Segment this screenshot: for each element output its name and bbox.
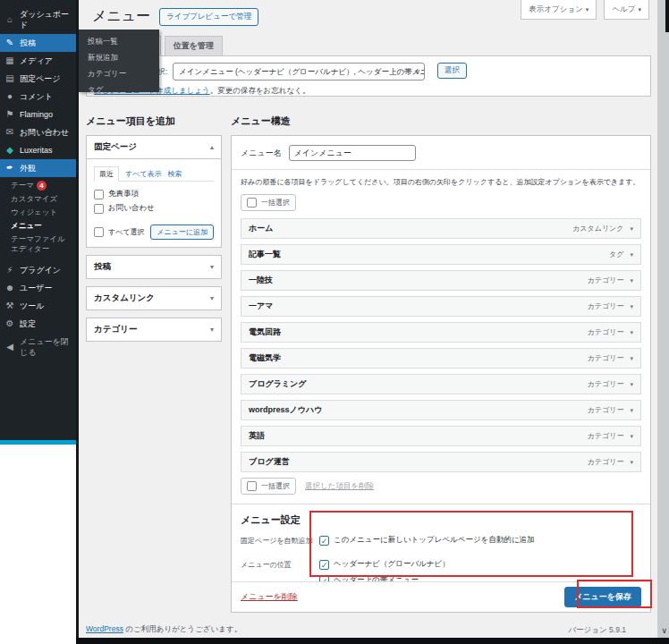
pages-panel-header[interactable]: 固定ページ ▴ xyxy=(87,136,221,158)
sidebar-item-users[interactable]: ☻ ユーザー xyxy=(0,279,76,297)
flyout-item-categories[interactable]: カテゴリー xyxy=(79,66,159,82)
flyout-item-tags[interactable]: タグ xyxy=(79,82,159,98)
scrollbar-down-arrow-icon[interactable]: ∨ xyxy=(661,626,667,635)
posts-panel-collapsed: 投稿 ▾ xyxy=(86,255,222,279)
sidebar-item-flamingo[interactable]: ⚑ Flamingo xyxy=(0,106,76,123)
menu-item-row[interactable]: ブログ運営 カテゴリー ▾ xyxy=(241,452,641,472)
menu-item-row[interactable]: 電磁気学 カテゴリー ▾ xyxy=(241,348,641,369)
menu-item-row[interactable]: 一陸技 カテゴリー ▾ xyxy=(241,270,641,291)
sidebar-item-label: 設定 xyxy=(20,318,36,329)
chevron-down-icon[interactable]: ▾ xyxy=(210,263,214,271)
divider xyxy=(232,504,650,504)
chevron-down-icon[interactable]: ▾ xyxy=(630,225,633,233)
help-button[interactable]: ヘルプ▾ xyxy=(604,0,649,20)
custom-links-panel-collapsed: カスタムリンク ▾ xyxy=(86,286,222,310)
posts-panel-header[interactable]: 投稿 ▾ xyxy=(87,256,221,278)
select-button[interactable]: 選択 xyxy=(437,63,467,79)
menu-settings-heading: メニュー設定 xyxy=(241,513,641,527)
sidebar-item-tools[interactable]: ⚒ ツール xyxy=(0,297,76,315)
menu-item-row[interactable]: プログラミング カテゴリー ▾ xyxy=(241,374,641,394)
flyout-item-add-new[interactable]: 新規追加 xyxy=(79,50,159,66)
sidebar-item-label: Luxeritas xyxy=(20,145,53,156)
sidebar-item-collapse-menu[interactable]: ◀ メニューを閉じる xyxy=(0,333,76,361)
vertical-scrollbar[interactable] xyxy=(657,0,669,638)
submenu-item-customize[interactable]: カスタマイズ xyxy=(0,192,76,206)
checkbox[interactable] xyxy=(94,204,104,214)
sidebar-item-dashboard[interactable]: ⌂ ダッシュボード xyxy=(0,5,76,34)
sidebar-item-appearance[interactable]: ✒ 外観 xyxy=(0,159,76,177)
menu-item-row[interactable]: wordpressノウハウ カテゴリー ▾ xyxy=(241,400,641,420)
chevron-down-icon[interactable]: ▾ xyxy=(630,355,633,362)
bulk-select-checkbox[interactable] xyxy=(247,481,257,491)
wordpress-footer-link[interactable]: WordPress xyxy=(86,624,123,633)
remove-selected-link[interactable]: 選択した項目を削除 xyxy=(305,481,374,492)
select-all-row: すべて選択 xyxy=(94,227,145,237)
chevron-up-icon[interactable]: ▴ xyxy=(210,143,214,151)
checkbox[interactable] xyxy=(94,190,104,199)
select-all-checkbox[interactable] xyxy=(94,227,104,237)
chevron-down-icon[interactable]: ▾ xyxy=(630,433,633,440)
pages-panel-tabs: 最近 すべて表示 検索 xyxy=(94,166,214,182)
sidebar-item-settings[interactable]: ⚙ 設定 xyxy=(0,315,76,333)
chevron-down-icon[interactable]: ▾ xyxy=(630,277,633,284)
tab-search[interactable]: 検索 xyxy=(168,167,182,181)
save-menu-button[interactable]: メニューを保存 xyxy=(564,587,641,607)
tab-manage-locations[interactable]: 位置を管理 xyxy=(165,36,223,56)
post-pin-icon: ✎ xyxy=(4,38,15,48)
tab-view-all[interactable]: すべて表示 xyxy=(125,167,162,181)
menu-select-dropdown[interactable]: メインメニュー (ヘッダーナビ（グローバルナビ）, ヘッダー上の帯メニュー) ∨ xyxy=(173,63,425,80)
flyout-item-all-posts[interactable]: 投稿一覧 xyxy=(79,34,159,50)
delete-menu-link[interactable]: メニューを削除 xyxy=(241,591,298,603)
chevron-down-icon[interactable]: ▾ xyxy=(630,407,633,414)
screen-options-button[interactable]: 表示オプション▾ xyxy=(521,0,597,20)
chevron-down-icon[interactable]: ▾ xyxy=(630,459,633,466)
add-to-menu-button[interactable]: メニューに追加 xyxy=(150,225,214,240)
menu-item-row[interactable]: 記事一覧 タグ ▾ xyxy=(241,244,641,265)
menu-item-row[interactable]: 電気回路 カテゴリー ▾ xyxy=(241,322,641,343)
chevron-down-icon[interactable]: ▾ xyxy=(210,326,214,334)
custom-links-panel-header[interactable]: カスタムリンク ▾ xyxy=(87,287,221,309)
chevron-down-icon[interactable]: ▾ xyxy=(630,251,633,258)
menu-name-input[interactable] xyxy=(289,145,416,161)
manage-menus-box: 編集するメニューを選択: メインメニュー (ヘッダーナビ（グローバルナビ）, ヘ… xyxy=(86,55,651,97)
checkbox-checked[interactable]: ✓ xyxy=(319,536,329,546)
sidebar-item-posts[interactable]: ✎ 投稿 xyxy=(0,34,76,52)
sidebar-item-label: プラグイン xyxy=(20,265,61,275)
envelope-icon: ✉ xyxy=(4,127,15,138)
menu-item-row[interactable]: 英語 カテゴリー ▾ xyxy=(241,426,641,446)
menu-item-row[interactable]: ホーム カスタムリンク ▾ xyxy=(241,218,641,239)
sidebar-item-plugins[interactable]: ⚡ プラグイン xyxy=(0,261,76,279)
live-preview-button[interactable]: ライブプレビューで管理 xyxy=(159,8,258,26)
sidebar-item-label: 固定ページ xyxy=(20,73,60,84)
select-chevron-icon: ∨ xyxy=(415,64,420,80)
chevron-down-icon[interactable]: ▾ xyxy=(630,381,633,388)
location-option-header-nav: ✓ ヘッダーナビ（グローバルナビ） xyxy=(319,559,540,570)
sidebar-item-media[interactable]: ▦ メディア xyxy=(0,52,76,70)
sidebar-item-label: 投稿 xyxy=(20,38,36,48)
submenu-item-menus[interactable]: メニュー xyxy=(0,219,76,233)
submenu-item-theme-editor[interactable]: テーマファイルエディター xyxy=(0,233,76,256)
bulk-select-checkbox[interactable] xyxy=(247,198,257,208)
add-menu-items-heading: メニュー項目を追加 xyxy=(86,114,222,128)
sidebar-item-label: 外観 xyxy=(20,163,36,174)
chevron-down-icon[interactable]: ▾ xyxy=(630,329,633,336)
update-count-badge: 4 xyxy=(37,181,47,191)
scrollbar-thumb[interactable] xyxy=(665,0,669,32)
chevron-down-icon[interactable]: ▾ xyxy=(630,303,633,310)
plugin-icon: ⚡ xyxy=(4,265,15,275)
submenu-item-themes[interactable]: テーマ4 xyxy=(0,179,76,192)
checkbox-checked[interactable]: ✓ xyxy=(319,560,329,570)
categories-panel-header[interactable]: カテゴリー ▾ xyxy=(87,318,221,341)
sidebar-item-label: ダッシュボード xyxy=(20,9,72,30)
sidebar-item-comments[interactable]: ● コメント xyxy=(0,88,76,106)
sidebar-item-luxeritas[interactable]: ◆ Luxeritas xyxy=(0,141,76,159)
chevron-down-icon[interactable]: ▾ xyxy=(210,294,214,302)
sidebar-item-contact[interactable]: ✉ お問い合わせ xyxy=(0,123,76,141)
bulk-select-bottom: 一括選択 xyxy=(241,478,296,495)
appearance-submenu: テーマ4 カスタマイズ ウィジェット メニュー テーマファイルエディター xyxy=(0,177,76,261)
menu-item-row[interactable]: 一アマ カテゴリー ▾ xyxy=(241,296,641,317)
sidebar-item-pages[interactable]: ▤ 固定ページ xyxy=(0,70,76,88)
tab-most-recent[interactable]: 最近 xyxy=(94,166,119,182)
submenu-item-widgets[interactable]: ウィジェット xyxy=(0,206,76,219)
screen-toolbar: 表示オプション▾ ヘルプ▾ xyxy=(521,0,649,20)
